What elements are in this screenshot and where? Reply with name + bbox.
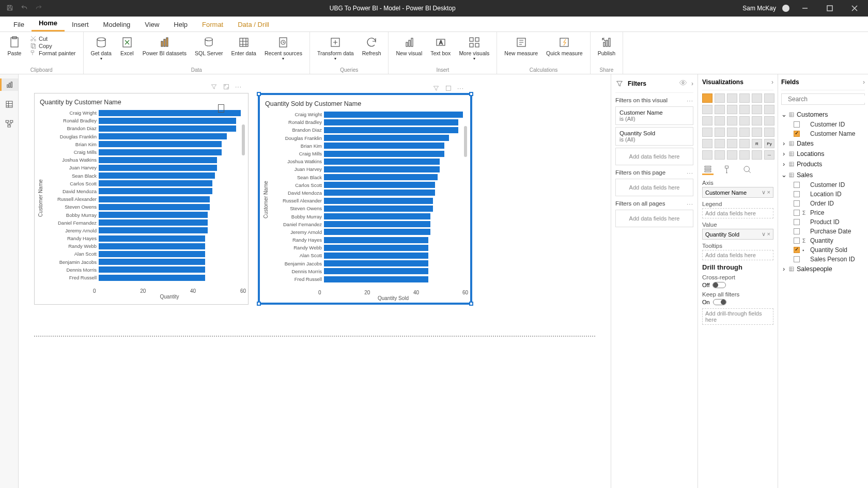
bar-row[interactable]: David Mendoza xyxy=(270,189,463,197)
focus-icon[interactable] xyxy=(445,85,452,94)
powerbi-datasets-button[interactable]: Power BI datasets xyxy=(140,34,190,62)
viz-type-tile[interactable] xyxy=(702,128,712,137)
bar-row[interactable]: Ronald Bradley xyxy=(270,118,463,126)
field-checkbox[interactable] xyxy=(794,256,800,262)
legend-field-well[interactable]: Add data fields here xyxy=(702,208,773,218)
user-name[interactable]: Sam McKay xyxy=(742,5,776,12)
keep-filters-toggle[interactable] xyxy=(713,299,726,305)
new-measure-button[interactable]: New measure xyxy=(501,34,541,57)
bar-row[interactable]: Daniel Fernandez xyxy=(270,221,463,228)
redo-icon[interactable] xyxy=(35,4,42,13)
bar-row[interactable]: Craig Mills xyxy=(44,148,241,156)
publish-button[interactable]: Publish xyxy=(595,34,618,57)
field-entry[interactable]: Purchase Date xyxy=(781,227,865,236)
bar-row[interactable]: Brian Kim xyxy=(44,140,241,148)
bar-row[interactable]: Russell Alexander xyxy=(44,195,241,203)
tab-file[interactable]: File xyxy=(6,18,32,32)
viz-type-tile[interactable] xyxy=(727,150,737,160)
collapse-pane-icon[interactable]: › xyxy=(771,78,773,86)
close-button[interactable] xyxy=(845,0,864,17)
maximize-button[interactable] xyxy=(820,0,839,17)
tab-insert[interactable]: Insert xyxy=(65,18,96,32)
field-checkbox[interactable] xyxy=(794,200,800,207)
field-checkbox[interactable] xyxy=(794,191,800,197)
viz-type-tile[interactable] xyxy=(715,116,725,125)
viz-type-tile[interactable] xyxy=(727,105,737,114)
filter-card-customer-name[interactable]: Customer Name is (All) xyxy=(615,106,693,125)
bar-row[interactable]: Craig Wright xyxy=(270,111,463,118)
viz-type-tile[interactable] xyxy=(727,93,737,103)
bar-row[interactable]: Craig Mills xyxy=(270,150,463,158)
field-checkbox[interactable] xyxy=(794,121,800,128)
viz-type-tile[interactable] xyxy=(764,128,774,137)
bar-row[interactable]: Fred Russell xyxy=(44,274,241,281)
bar-row[interactable]: Jeremy Arnold xyxy=(270,228,463,236)
field-checkbox[interactable] xyxy=(794,247,800,253)
field-checkbox[interactable] xyxy=(794,228,800,234)
field-checkbox[interactable] xyxy=(794,210,800,216)
bar-row[interactable]: Randy Hayes xyxy=(270,236,463,244)
visual-quantity-by-customer[interactable]: ··· Quantity by Customer Name Customer N… xyxy=(34,93,249,305)
bar-row[interactable]: Bobby Murray xyxy=(44,211,241,218)
cut-button[interactable]: Cut xyxy=(30,35,76,42)
viz-type-tile[interactable] xyxy=(715,139,725,148)
axis-field-well[interactable]: Customer Name∨ × xyxy=(702,187,773,198)
more-icon[interactable]: ··· xyxy=(687,97,693,104)
field-entry[interactable]: Customer ID xyxy=(781,180,865,190)
text-box-button[interactable]: AText box xyxy=(427,34,454,62)
table-entry-dates[interactable]: ›Dates xyxy=(781,138,865,149)
more-options-icon[interactable]: ··· xyxy=(235,83,242,92)
tab-modeling[interactable]: Modeling xyxy=(96,18,138,32)
bar-row[interactable]: Alan Scott xyxy=(44,250,241,258)
viz-type-tile[interactable] xyxy=(715,150,725,160)
bar-row[interactable]: Benjamin Jacobs xyxy=(270,260,463,267)
viz-type-tile[interactable] xyxy=(739,105,750,114)
all-pages-filter-drop-well[interactable]: Add data fields here xyxy=(615,210,693,227)
viz-type-tile[interactable] xyxy=(764,105,774,114)
new-visual-button[interactable]: New visual xyxy=(393,34,425,62)
viz-type-tile[interactable] xyxy=(715,105,725,114)
viz-type-tile[interactable] xyxy=(702,116,712,125)
resize-handle[interactable] xyxy=(257,302,261,306)
collapse-pane-icon[interactable]: › xyxy=(691,80,693,87)
paste-button[interactable]: Paste xyxy=(4,34,25,57)
field-entry[interactable]: ΣQuantity xyxy=(781,236,865,245)
tab-data-drill[interactable]: Data / Drill xyxy=(230,18,276,32)
resize-handle[interactable] xyxy=(257,92,261,96)
viz-type-tile[interactable] xyxy=(752,105,762,114)
more-options-icon[interactable]: ··· xyxy=(457,85,464,94)
copy-button[interactable]: Copy xyxy=(30,42,76,49)
viz-type-tile[interactable] xyxy=(764,93,774,103)
table-entry-customers[interactable]: ⌄Customers xyxy=(781,109,865,120)
bar-row[interactable]: Steven Owens xyxy=(270,204,463,212)
save-icon[interactable] xyxy=(6,4,13,13)
resize-handle[interactable] xyxy=(469,302,473,306)
bar-row[interactable]: Dennis Morris xyxy=(270,267,463,275)
viz-type-tile[interactable] xyxy=(702,105,712,114)
tooltips-field-well[interactable]: Add data fields here xyxy=(702,250,773,260)
bar-row[interactable]: Carlos Scott xyxy=(44,180,241,187)
field-entry[interactable]: Sales Person ID xyxy=(781,255,865,264)
bar-row[interactable]: Douglas Franklin xyxy=(44,133,241,140)
viz-type-tile[interactable] xyxy=(727,139,737,148)
bar-row[interactable]: Joshua Watkins xyxy=(44,156,241,164)
bar-row[interactable]: Steven Owens xyxy=(44,203,241,211)
visual-filter-drop-well[interactable]: Add data fields here xyxy=(615,148,693,165)
field-entry[interactable]: Product ID xyxy=(781,217,865,227)
bar-row[interactable]: Russell Alexander xyxy=(270,197,463,204)
table-entry-salespeople[interactable]: ›Salespeople xyxy=(781,264,865,274)
bar-row[interactable]: Joshua Watkins xyxy=(270,158,463,165)
scrollbar-thumb[interactable] xyxy=(242,124,245,155)
viz-type-tile[interactable] xyxy=(764,116,774,125)
quick-measure-button[interactable]: Quick measure xyxy=(543,34,586,57)
bar-row[interactable]: Juan Harvey xyxy=(270,165,463,173)
user-avatar-icon[interactable] xyxy=(782,5,789,12)
bar-row[interactable]: Carlos Scott xyxy=(270,181,463,189)
bar-row[interactable]: Sean Black xyxy=(44,172,241,180)
search-input[interactable] xyxy=(788,96,865,103)
tab-view[interactable]: View xyxy=(137,18,166,32)
model-view-icon[interactable] xyxy=(3,118,16,130)
field-entry[interactable]: Order ID xyxy=(781,199,865,208)
table-entry-locations[interactable]: ›Locations xyxy=(781,149,865,159)
viz-type-tile[interactable] xyxy=(715,128,725,137)
